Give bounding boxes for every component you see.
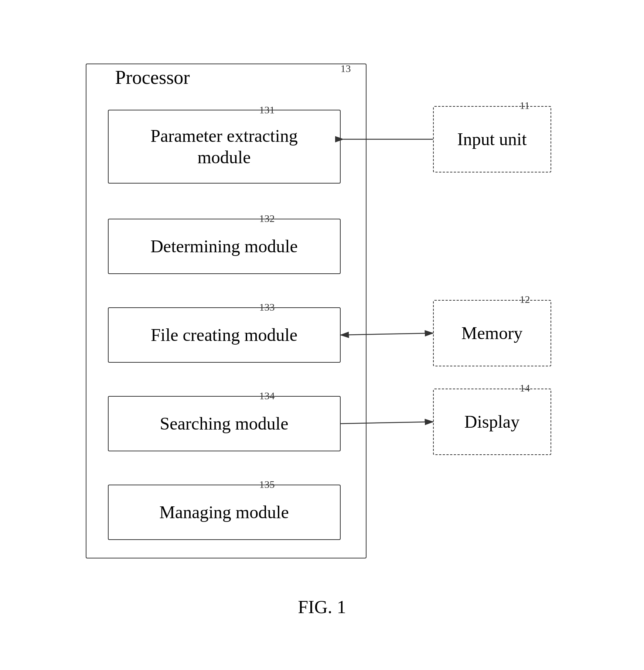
module-133-label: File creating module: [151, 324, 297, 346]
processor-label: Processor: [86, 66, 190, 88]
ref-131: 131: [259, 104, 275, 116]
display-box: Display: [433, 389, 551, 455]
module-131: Parameter extractingmodule: [108, 110, 341, 184]
module-134-label: Searching module: [160, 413, 289, 434]
ref-12: 12: [520, 294, 530, 305]
module-135-label: Managing module: [159, 502, 289, 523]
module-131-label: Parameter extractingmodule: [150, 125, 297, 168]
module-135: Managing module: [108, 485, 341, 540]
input-unit-box: Input unit: [433, 106, 551, 172]
ref-134: 134: [259, 390, 275, 402]
module-133: File creating module: [108, 307, 341, 363]
ref-14: 14: [520, 382, 530, 394]
display-label: Display: [464, 411, 519, 433]
ref-133: 133: [259, 301, 275, 313]
module-132-label: Determining module: [150, 236, 298, 257]
ref-135: 135: [259, 479, 275, 490]
diagram: Processor 13 Parameter extractingmodule …: [64, 49, 581, 621]
module-134: Searching module: [108, 396, 341, 451]
ref-13: 13: [341, 63, 351, 75]
memory-label: Memory: [461, 322, 522, 344]
ref-11: 11: [520, 100, 530, 112]
ref-132: 132: [259, 213, 275, 225]
fig-caption: FIG. 1: [298, 596, 346, 618]
memory-box: Memory: [433, 300, 551, 366]
input-unit-label: Input unit: [457, 129, 527, 150]
module-132: Determining module: [108, 219, 341, 274]
